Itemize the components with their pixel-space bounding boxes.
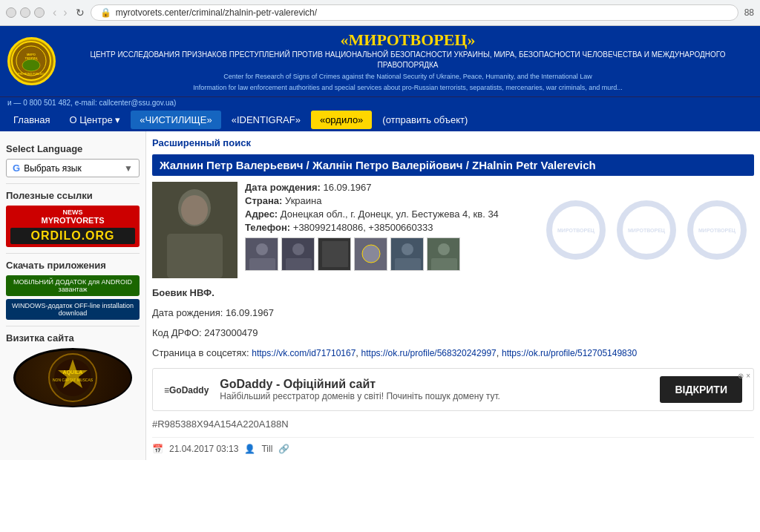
- person-header: Жалнин Петр Валерьевич / Жалнін Петро Ва…: [152, 154, 754, 176]
- social-link-ok1[interactable]: https://ok.ru/profile/568320242997: [361, 348, 497, 358]
- footer-meta: 📅 21.04.2017 03:13 👤 Till 🔗: [152, 437, 754, 454]
- svg-point-16: [256, 243, 268, 255]
- windows-app-banner[interactable]: WINDOWS-додаток OFF-line installation do…: [6, 299, 140, 320]
- language-selector[interactable]: G Выбрать язык ▼: [6, 159, 140, 177]
- address-row: Адрес: Донецкая обл., г. Донецк, ул. Бес…: [245, 208, 754, 220]
- main-content: Расширенный поиск Жалнин Петр Валерьевич…: [146, 131, 760, 460]
- nav-ordilo[interactable]: «ордило»: [311, 111, 372, 129]
- back-button[interactable]: ‹: [50, 6, 59, 19]
- reload-button[interactable]: ↻: [76, 7, 85, 19]
- address-label: Адрес:: [245, 208, 278, 220]
- address-value: Донецкая обл., г. Донецк, ул. Бестужева …: [281, 208, 499, 220]
- android-app-banner[interactable]: МОБІЛЬНИЙ ДОДАТОК для ANDROID завантаж: [6, 275, 140, 296]
- myrotvorets-news-banner[interactable]: NEWS MYROTVORETS ORDILO.ORG: [6, 206, 140, 247]
- close-button[interactable]: [6, 7, 16, 18]
- social-link-vk[interactable]: https://vk.com/id71710167: [252, 348, 356, 358]
- svg-point-26: [402, 243, 413, 255]
- divider-3: [6, 326, 140, 326]
- vizitka-inner: AQUILA NON CAPTAT MUSCAS: [16, 350, 131, 406]
- advanced-search-label: Расширенный поиск: [152, 137, 754, 148]
- svg-rect-27: [395, 258, 421, 271]
- social-label: Страница в соцсетях:: [152, 347, 249, 358]
- person-desc-birth: Дата рождения: 16.09.1967: [152, 306, 754, 321]
- ad-open-button[interactable]: ВІДКРИТИ: [660, 376, 742, 403]
- country-value: Украина: [285, 195, 322, 206]
- godaddy-logo-text: ≡GoDaddy: [164, 385, 209, 395]
- contact-bar: и — 0 800 501 482, e-mail: callcenter@ss…: [0, 96, 760, 108]
- thumbnail-6[interactable]: [427, 237, 460, 271]
- thumbnail-5[interactable]: [390, 237, 424, 271]
- minimize-button[interactable]: [20, 7, 30, 18]
- news-subtext: NEWS: [10, 208, 135, 216]
- address-bar[interactable]: 🔒 myrotvorets.center/criminal/zhalnin-pe…: [91, 4, 738, 21]
- calendar-icon: 📅: [152, 444, 163, 454]
- person-desc-role: Боевик НВФ.: [152, 286, 754, 301]
- person-desc-social: Страница в соцсетях: https://vk.com/id71…: [152, 346, 754, 361]
- site-title: «МИРОТВОРЕЦ»: [63, 30, 753, 50]
- thumbnail-1[interactable]: [245, 237, 278, 271]
- vizitka-label: Визитка сайта: [6, 332, 140, 344]
- person-info-col: Дата рождения: 16.09.1967 Страна: Украин…: [245, 182, 754, 278]
- person-detail-box: МИРОТВОРЕЦ МИРОТВОРЕЦ МИРОТВОРЕЦ Дата ро…: [152, 182, 754, 278]
- ad-sub: Найбільший реєстратор доменів у світі! П…: [220, 391, 500, 401]
- tab-count: 88: [744, 7, 754, 18]
- nav-chistilische[interactable]: «ЧИСТИЛИЩЕ»: [131, 111, 220, 129]
- language-select-text: Выбрать язык: [24, 163, 120, 174]
- sidebar: Select Language G Выбрать язык ▼ Полезны…: [0, 131, 146, 460]
- maximize-button[interactable]: [34, 7, 45, 18]
- browser-buttons: [6, 7, 45, 18]
- svg-point-19: [292, 243, 304, 255]
- content-area: Select Language G Выбрать язык ▼ Полезны…: [0, 131, 760, 460]
- phone-row: Телефон: +380992148086, +38500660333: [245, 222, 754, 233]
- svg-point-29: [438, 243, 450, 255]
- site-logo[interactable]: МИРО ТВОРИЦ PRO BONO PUBLICO: [7, 37, 56, 85]
- birth-date-label: Дата рождения:: [245, 182, 321, 193]
- svg-rect-20: [286, 258, 312, 271]
- link-icon: 🔗: [278, 444, 289, 454]
- chevron-down-icon: ▼: [124, 163, 133, 174]
- nav-glavnaya[interactable]: Главная: [4, 111, 59, 129]
- thumbnail-3[interactable]: [318, 237, 351, 271]
- social-link-ok2[interactable]: https://ok.ru/profile/512705149830: [502, 348, 637, 358]
- nav-identigraf[interactable]: «IDENTIGRAF»: [223, 111, 309, 129]
- main-nav: Главная О Центре ▾ «ЧИСТИЛИЩЕ» «IDENTIGR…: [0, 108, 760, 131]
- logo-inner: МИРО ТВОРИЦ PRO BONO PUBLICO: [10, 40, 53, 83]
- select-language-label: Select Language: [6, 143, 140, 154]
- windows-app-text: WINDOWS-додаток OFF-line installation do…: [10, 302, 135, 317]
- ordilo-banner[interactable]: ORDILO.ORG: [10, 228, 135, 244]
- author-meta: Till: [261, 444, 272, 454]
- thumbnail-4[interactable]: [354, 237, 387, 271]
- phone-label: Телефон:: [245, 222, 290, 233]
- nav-arrows: ‹ ›: [50, 6, 70, 19]
- android-app-text: МОБІЛЬНИЙ ДОДАТОК для ANDROID: [10, 278, 135, 286]
- thumbnail-2[interactable]: [281, 237, 315, 271]
- svg-text:PRO BONO PUBLICO: PRO BONO PUBLICO: [18, 73, 45, 76]
- header-text: «МИРОТВОРЕЦ» ЦЕНТР ИССЛЕДОВАНИЯ ПРИЗНАКО…: [63, 30, 753, 92]
- vizitka-logo[interactable]: AQUILA NON CAPTAT MUSCAS: [13, 348, 132, 407]
- author-icon: 👤: [244, 444, 255, 454]
- date-meta: 21.04.2017 03:13: [169, 444, 238, 454]
- site-subtitle-ru: ЦЕНТР ИССЛЕДОВАНИЯ ПРИЗНАКОВ ПРЕСТУПЛЕНИ…: [63, 50, 753, 70]
- android-app-sub: завантаж: [10, 286, 135, 293]
- nav-o-centre[interactable]: О Центре ▾: [60, 111, 129, 129]
- useful-links-label: Полезные ссылки: [6, 190, 140, 201]
- browser-chrome: ‹ › ↻ 🔒 myrotvorets.center/criminal/zhal…: [0, 0, 760, 26]
- country-label: Страна:: [245, 195, 282, 206]
- phone-value: +380992148086, +38500660333: [293, 222, 433, 233]
- ad-title: GoDaddy - Офіційний сайт: [220, 378, 500, 391]
- svg-point-4: [22, 59, 40, 71]
- download-apps-label: Скачать приложения: [6, 260, 140, 271]
- forward-button[interactable]: ›: [61, 6, 69, 19]
- ad-banner: ⊗ × ≡GoDaddy GoDaddy - Офіційний сайт На…: [152, 368, 754, 411]
- site-subtitle-en-1: Center for Research of Signs of Crimes a…: [63, 72, 753, 82]
- lock-icon: 🔒: [100, 7, 111, 18]
- country-row: Страна: Украина: [245, 195, 754, 206]
- ad-badge[interactable]: ⊗ ×: [738, 372, 750, 380]
- nav-send-object[interactable]: (отправить объект): [373, 111, 476, 129]
- url-text: myrotvorets.center/criminal/zhalnin-petr…: [116, 7, 317, 18]
- ad-text: GoDaddy - Офіційний сайт Найбільший реєс…: [220, 378, 500, 401]
- site-header: МИРО ТВОРИЦ PRO BONO PUBLICO «МИРОТВОРЕЦ…: [0, 26, 760, 96]
- svg-point-24: [362, 245, 380, 263]
- godaddy-logo: ≡GoDaddy: [164, 384, 209, 395]
- person-photo[interactable]: [152, 182, 238, 278]
